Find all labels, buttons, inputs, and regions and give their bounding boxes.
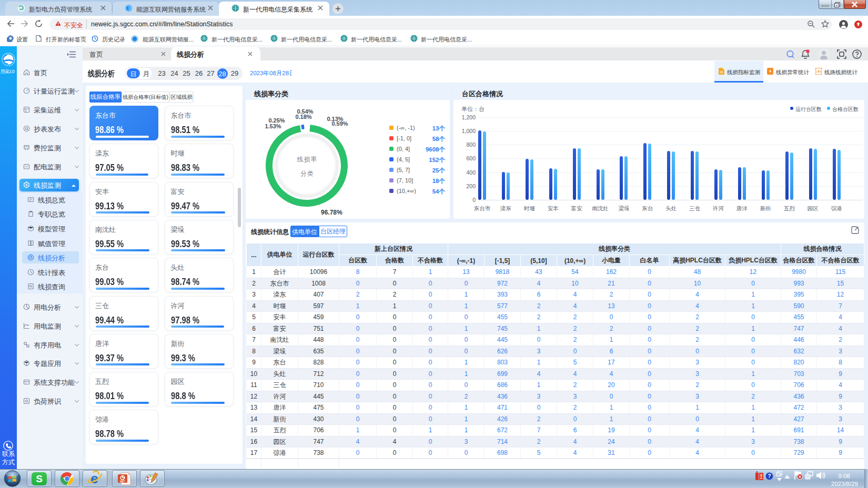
- svg-text:?: ?: [768, 473, 771, 479]
- svg-text:e: e: [90, 471, 98, 486]
